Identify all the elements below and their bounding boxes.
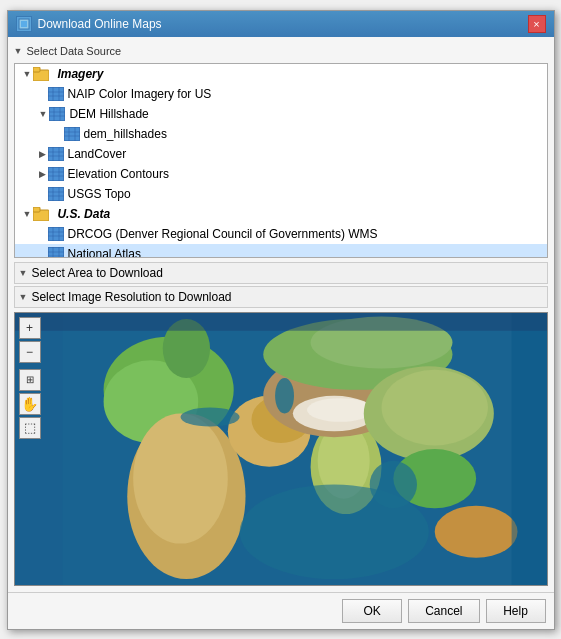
- zoom-out-button[interactable]: −: [19, 341, 41, 363]
- tree-item-drcog[interactable]: ▶ DRCOG (Denver Regional Council of Gove…: [15, 224, 547, 244]
- title-bar-left: Download Online Maps: [16, 16, 162, 32]
- svg-rect-36: [48, 227, 64, 241]
- svg-rect-77: [15, 313, 547, 331]
- expand-icon-imagery: ▼: [23, 69, 32, 79]
- area-chevron: ▼: [19, 268, 28, 278]
- tree-label-national-atlas: National Atlas: [68, 247, 141, 258]
- tree-item-usgs[interactable]: ▶ USGS Topo: [15, 184, 547, 204]
- data-source-tree[interactable]: ▼ Imagery ▶: [14, 63, 548, 258]
- svg-rect-24: [48, 167, 64, 181]
- resolution-label: Select Image Resolution to Download: [31, 290, 231, 304]
- svg-point-78: [180, 407, 239, 426]
- svg-rect-9: [49, 107, 65, 121]
- dialog-body: ▼ Select Data Source ▼ Imagery ▶: [8, 37, 554, 592]
- tree-label-elevation: Elevation Contours: [68, 167, 169, 181]
- svg-rect-4: [48, 87, 64, 101]
- help-button[interactable]: Help: [486, 599, 546, 623]
- map-icon-drcog: [48, 226, 64, 241]
- select-area-button[interactable]: ⬚: [19, 417, 41, 439]
- tree-label-imagery: Imagery: [57, 67, 103, 81]
- close-button[interactable]: ×: [528, 15, 546, 33]
- map-icon-usgs: [48, 186, 64, 201]
- map-preview[interactable]: + − ⊞ ✋ ⬚: [14, 312, 548, 586]
- data-source-chevron: ▼: [14, 46, 23, 56]
- tree-label-dem: DEM Hillshade: [69, 107, 148, 121]
- map-toolbar: + − ⊞ ✋ ⬚: [19, 317, 41, 439]
- tree-label-drcog: DRCOG (Denver Regional Council of Govern…: [68, 227, 378, 241]
- folder-icon-imagery: [33, 66, 53, 81]
- svg-rect-29: [48, 187, 64, 201]
- collapse-sections: ▼ Select Area to Download ▼ Select Image…: [14, 262, 548, 308]
- dialog-icon: [16, 16, 32, 32]
- svg-rect-76: [511, 313, 546, 585]
- pan-button[interactable]: ✋: [19, 393, 41, 415]
- svg-point-80: [369, 460, 416, 507]
- title-bar: Download Online Maps ×: [8, 11, 554, 37]
- tree-item-dem-hillshade[interactable]: ▼ DEM Hillshade: [15, 104, 547, 124]
- svg-point-79: [275, 378, 294, 413]
- folder-icon-us-data: [33, 206, 53, 221]
- expand-icon-elevation: ▶: [39, 169, 46, 179]
- dialog-title: Download Online Maps: [38, 17, 162, 31]
- map-icon-landcover: [48, 146, 64, 161]
- map-icon-national-atlas: [48, 246, 64, 257]
- data-source-label: Select Data Source: [26, 45, 121, 57]
- svg-rect-1: [21, 21, 27, 27]
- cancel-button[interactable]: Cancel: [408, 599, 479, 623]
- tree-label-us-data: U.S. Data: [57, 207, 110, 221]
- bottom-bar: OK Cancel Help: [8, 592, 554, 629]
- zoom-extent-button[interactable]: ⊞: [19, 369, 41, 391]
- map-icon-dem-leaf: [64, 126, 80, 141]
- svg-point-58: [133, 413, 228, 543]
- tree-label-usgs: USGS Topo: [68, 187, 131, 201]
- tree-item-imagery[interactable]: ▼ Imagery: [15, 64, 547, 84]
- svg-rect-19: [48, 147, 64, 161]
- tree-item-naip[interactable]: ▶ NAIP Color Imagery for US: [15, 84, 547, 104]
- svg-rect-35: [33, 207, 40, 212]
- resolution-chevron: ▼: [19, 292, 28, 302]
- data-source-section-header: ▼ Select Data Source: [14, 43, 548, 59]
- expand-icon-dem: ▼: [39, 109, 48, 119]
- expand-icon-landcover: ▶: [39, 149, 46, 159]
- area-label: Select Area to Download: [31, 266, 162, 280]
- map-icon-naip: [48, 86, 64, 101]
- download-online-maps-dialog: Download Online Maps × ▼ Select Data Sou…: [7, 10, 555, 630]
- tree-item-national-atlas[interactable]: ▶ National Atlas: [15, 244, 547, 258]
- svg-rect-14: [64, 127, 80, 141]
- tree-item-landcover[interactable]: ▶ LandCover: [15, 144, 547, 164]
- zoom-in-button[interactable]: +: [19, 317, 41, 339]
- map-icon-dem: [49, 106, 65, 121]
- tree-item-elevation[interactable]: ▶ Elevation Contours: [15, 164, 547, 184]
- ok-button[interactable]: OK: [342, 599, 402, 623]
- expand-icon-us-data: ▼: [23, 209, 32, 219]
- svg-point-68: [307, 398, 373, 422]
- tree-label-naip: NAIP Color Imagery for US: [68, 87, 212, 101]
- svg-point-72: [434, 505, 517, 557]
- area-section-header[interactable]: ▼ Select Area to Download: [14, 262, 548, 284]
- resolution-section-header[interactable]: ▼ Select Image Resolution to Download: [14, 286, 548, 308]
- map-icon-elevation: [48, 166, 64, 181]
- tree-item-dem-hillshades[interactable]: ▶ dem_hillshades: [15, 124, 547, 144]
- tree-label-dem-leaf: dem_hillshades: [84, 127, 167, 141]
- svg-point-70: [381, 369, 487, 445]
- tree-item-us-data[interactable]: ▼ U.S. Data: [15, 204, 547, 224]
- svg-rect-3: [33, 67, 40, 72]
- tree-label-landcover: LandCover: [68, 147, 127, 161]
